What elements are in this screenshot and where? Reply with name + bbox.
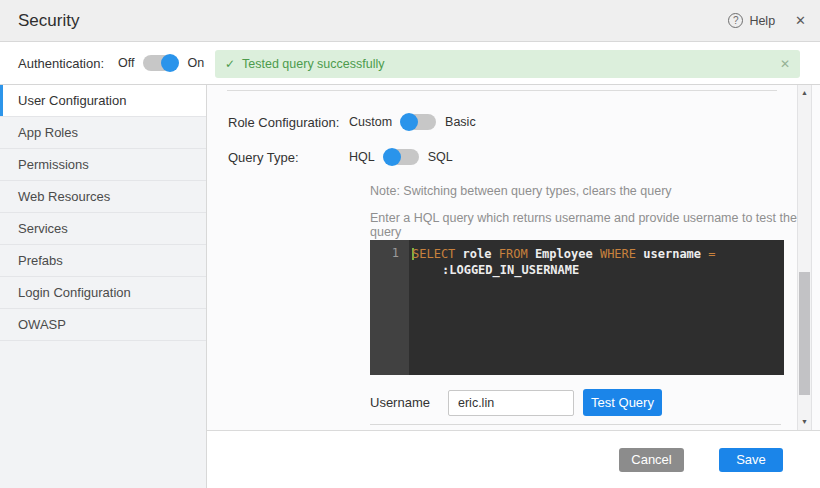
- close-icon[interactable]: ✕: [795, 13, 806, 28]
- success-banner: ✓ Tested query successfully ✕: [215, 50, 800, 78]
- authentication-bar: Authentication: Off On ✓ Tested query su…: [0, 42, 820, 85]
- sidebar-item-label: Login Configuration: [18, 285, 131, 300]
- code-token: =: [708, 247, 715, 261]
- authentication-label: Authentication:: [18, 56, 104, 71]
- toggle-knob: [161, 54, 179, 72]
- code-token: :LOGGED_IN_USERNAME: [442, 263, 579, 277]
- main-panel: Role Configuration: Custom Basic Query T…: [207, 85, 820, 488]
- dialog-body: User ConfigurationApp RolesPermissionsWe…: [0, 85, 820, 488]
- username-row: Username Test Query: [370, 389, 820, 416]
- username-input[interactable]: [448, 390, 574, 416]
- query-hint: Enter a HQL query which returns username…: [370, 211, 820, 227]
- code-line: :LOGGED_IN_USERNAME: [412, 262, 780, 278]
- sidebar-item-app-roles[interactable]: App Roles: [0, 117, 206, 149]
- query-type-label: Query Type:: [207, 150, 349, 165]
- toggle-knob: [383, 148, 401, 166]
- help-icon[interactable]: ?: [728, 13, 743, 28]
- code-token: username: [643, 247, 701, 261]
- sidebar-item-user-configuration[interactable]: User Configuration: [0, 85, 206, 117]
- query-code-editor[interactable]: 1 SELECT role FROM Employee WHERE userna…: [370, 240, 784, 375]
- code-token: FROM: [499, 247, 528, 261]
- authentication-off-label: Off: [118, 56, 134, 70]
- editor-gutter: 1: [370, 240, 409, 375]
- banner-message: Tested query successfully: [242, 57, 384, 71]
- code-token: SELECT: [412, 247, 455, 261]
- role-configuration-toggle[interactable]: [401, 114, 436, 130]
- query-type-control: HQL SQL: [349, 149, 453, 165]
- bottom-divider: [370, 424, 781, 425]
- sidebar-item-label: Prefabs: [18, 253, 63, 268]
- cancel-button[interactable]: Cancel: [619, 448, 684, 472]
- dialog-footer: Cancel Save: [207, 430, 820, 488]
- code-token: [492, 247, 499, 261]
- sidebar-item-web-resources[interactable]: Web Resources: [0, 181, 206, 213]
- toggle-knob: [400, 113, 418, 131]
- sidebar-item-label: Permissions: [18, 157, 89, 172]
- sidebar-item-label: Web Resources: [18, 189, 110, 204]
- role-custom-label: Custom: [349, 115, 392, 129]
- sidebar-item-permissions[interactable]: Permissions: [0, 149, 206, 181]
- sidebar-item-owasp[interactable]: OWASP: [0, 309, 206, 341]
- scrollbar-down-icon[interactable]: ▼: [798, 416, 811, 428]
- content-scroll-area: Role Configuration: Custom Basic Query T…: [207, 85, 820, 430]
- code-token: Employee: [535, 247, 593, 261]
- scrollbar-up-icon[interactable]: ▲: [798, 87, 811, 99]
- query-type-row: Query Type: HQL SQL: [207, 147, 820, 167]
- save-button[interactable]: Save: [719, 448, 783, 472]
- banner-close-icon[interactable]: ✕: [780, 57, 790, 71]
- sidebar-item-label: App Roles: [18, 125, 78, 140]
- code-token: [528, 247, 535, 261]
- scrollbar-thumb[interactable]: [799, 272, 810, 395]
- username-label: Username: [370, 395, 448, 410]
- code-token: [455, 247, 462, 261]
- role-basic-label: Basic: [445, 115, 476, 129]
- authentication-on-label: On: [187, 56, 204, 70]
- help-link[interactable]: Help: [749, 14, 775, 28]
- role-configuration-label: Role Configuration:: [207, 115, 349, 130]
- role-configuration-row: Role Configuration: Custom Basic: [207, 112, 820, 132]
- header-actions: ? Help ✕: [728, 13, 820, 28]
- query-type-note: Note: Switching between query types, cle…: [370, 184, 820, 200]
- vertical-scrollbar[interactable]: ▲ ▼: [797, 85, 812, 430]
- sidebar-item-label: User Configuration: [18, 93, 126, 108]
- line-number: 1: [392, 246, 399, 260]
- code-token: role: [463, 247, 492, 261]
- code-line: SELECT role FROM Employee WHERE username…: [412, 246, 780, 262]
- code-token: [593, 247, 600, 261]
- query-sql-label: SQL: [428, 150, 453, 164]
- security-dialog: Security ? Help ✕ Authentication: Off On…: [0, 0, 820, 488]
- query-hql-label: HQL: [349, 150, 375, 164]
- editor-code-area[interactable]: SELECT role FROM Employee WHERE username…: [409, 240, 784, 375]
- sidebar-item-login-configuration[interactable]: Login Configuration: [0, 277, 206, 309]
- page-title: Security: [0, 11, 79, 31]
- code-token: WHERE: [600, 247, 636, 261]
- top-divider: [227, 90, 777, 91]
- check-icon: ✓: [225, 57, 235, 71]
- role-configuration-control: Custom Basic: [349, 114, 476, 130]
- sidebar-item-label: Services: [18, 221, 68, 236]
- dialog-header: Security ? Help ✕: [0, 0, 820, 42]
- sidebar-item-label: OWASP: [18, 317, 66, 332]
- sidebar-item-services[interactable]: Services: [0, 213, 206, 245]
- test-query-button[interactable]: Test Query: [583, 389, 662, 416]
- sidebar: User ConfigurationApp RolesPermissionsWe…: [0, 85, 207, 488]
- authentication-toggle[interactable]: [143, 55, 178, 71]
- query-type-toggle[interactable]: [384, 149, 419, 165]
- sidebar-item-prefabs[interactable]: Prefabs: [0, 245, 206, 277]
